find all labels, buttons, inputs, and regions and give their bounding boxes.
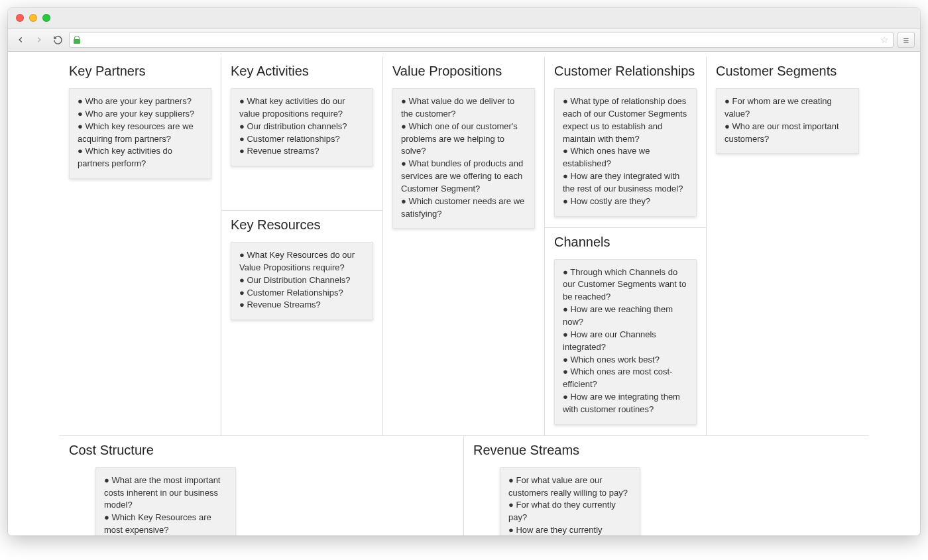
card-line: ● Our distribution channels? <box>239 121 365 133</box>
card-line: ● Who are your key suppliers? <box>78 108 203 121</box>
card-line: ● Who are your key partners? <box>78 95 203 108</box>
card-line: ● Which ones work best? <box>563 354 688 366</box>
card-line: ● How costly are they? <box>563 196 688 208</box>
card-line: ● How are our Channels integrated? <box>563 329 688 354</box>
card-line: ● What value do we deliver to the custom… <box>401 95 526 121</box>
forward-button[interactable] <box>32 32 46 47</box>
card-line: ● What bundles of products and services … <box>401 158 526 196</box>
card-revenue-streams[interactable]: ● For what value are our customers reall… <box>500 467 640 535</box>
block-key-partners: Key Partners ● Who are your key partners… <box>60 57 221 435</box>
block-key-resources: Key Resources ● What Key Resources do ou… <box>221 211 382 370</box>
browser-toolbar: ☆ ≡ <box>8 28 920 52</box>
block-title: Customer Segments <box>716 64 859 79</box>
block-title: Revenue Streams <box>473 443 859 458</box>
card-line: ● Which Key Resources are most expensive… <box>104 512 227 535</box>
card-line: ● What are the most important costs inhe… <box>104 475 227 512</box>
address-bar[interactable]: ☆ <box>69 32 894 48</box>
card-line: ● How are they currently paying? <box>508 524 632 535</box>
block-title: Key Activities <box>231 64 373 79</box>
window-maximize-button[interactable] <box>42 14 50 22</box>
card-line: ● Our Distribution Channels? <box>239 274 365 287</box>
card-value-propositions[interactable]: ● What value do we deliver to the custom… <box>392 88 535 229</box>
card-channels[interactable]: ● Through which Channels do our Customer… <box>554 259 697 425</box>
card-line: ● What type of relationship does each of… <box>563 95 688 145</box>
card-line: ● Customer relationships? <box>239 133 365 146</box>
card-line: ● Which key activities do partners perfo… <box>78 145 203 170</box>
card-line: ● How are they integrated with the rest … <box>563 170 688 196</box>
card-line: ● Which ones have we established? <box>563 145 688 170</box>
block-column-relationships-channels: Customer Relationships ● What type of re… <box>545 57 707 435</box>
card-line: ● Which customer needs are we satisfying… <box>401 196 526 221</box>
block-column-activities-resources: Key Activities ● What key activities do … <box>221 57 383 435</box>
block-title: Channels <box>554 235 697 250</box>
block-title: Cost Structure <box>69 443 454 458</box>
card-line: ● Through which Channels do our Customer… <box>563 266 688 304</box>
card-key-partners[interactable]: ● Who are your key partners? ● Who are y… <box>69 88 211 179</box>
card-key-activities[interactable]: ● What key activities do our value propo… <box>231 88 373 166</box>
card-line: ● How are we reaching them now? <box>563 304 688 329</box>
card-customer-segments[interactable]: ● For whom are we creating value? ● Who … <box>716 88 859 154</box>
card-cost-structure[interactable]: ● What are the most important costs inhe… <box>95 467 236 535</box>
card-line: ● For what value are our customers reall… <box>508 475 632 500</box>
browser-menu-button[interactable]: ≡ <box>898 32 915 48</box>
card-line: ● Revenue Streams? <box>239 299 365 311</box>
block-title: Key Resources <box>231 217 373 233</box>
card-line: ● What key activities do our value propo… <box>239 95 365 121</box>
card-line: ● Which one of our customer's problems a… <box>401 121 526 158</box>
card-customer-relationships[interactable]: ● What type of relationship does each of… <box>554 88 697 217</box>
window-title-bar <box>8 8 920 28</box>
block-channels: Channels ● Through which Channels do our… <box>545 228 706 435</box>
window-close-button[interactable] <box>16 14 24 22</box>
card-line: ● Who are our most important customers? <box>725 121 850 146</box>
card-line: ● Which ones are most cost-efficient? <box>563 366 688 391</box>
lock-icon <box>74 36 80 44</box>
page-viewport: Key Partners ● Who are your key partners… <box>8 52 920 535</box>
block-customer-segments: Customer Segments ● For whom are we crea… <box>707 57 868 435</box>
block-key-activities: Key Activities ● What key activities do … <box>221 57 382 211</box>
card-line: ● For what do they currently pay? <box>508 499 632 524</box>
reload-button[interactable] <box>50 32 65 47</box>
card-line: ● Which key resources are we acquiring f… <box>78 121 203 146</box>
block-value-propositions: Value Propositions ● What value do we de… <box>383 57 545 435</box>
card-key-resources[interactable]: ● What Key Resources do our Value Propos… <box>231 242 373 320</box>
card-line: ● Revenue streams? <box>239 145 365 158</box>
card-line: ● Customer Relationships? <box>239 287 365 300</box>
back-button[interactable] <box>13 32 28 47</box>
block-title: Value Propositions <box>392 64 535 79</box>
business-model-canvas: Key Partners ● Who are your key partners… <box>60 52 868 535</box>
block-title: Customer Relationships <box>554 64 697 79</box>
card-line: ● How are we integrating them with custo… <box>563 391 688 416</box>
block-revenue-streams: Revenue Streams ● For what value are our… <box>464 436 868 535</box>
block-customer-relationships: Customer Relationships ● What type of re… <box>545 57 706 228</box>
bookmark-star-icon[interactable]: ☆ <box>880 34 889 45</box>
block-cost-structure: Cost Structure ● What are the most impor… <box>60 436 464 535</box>
browser-window: ☆ ≡ Key Partners ● Who are your key part… <box>8 8 920 535</box>
card-line: ● What Key Resources do our Value Propos… <box>239 249 365 274</box>
block-title: Key Partners <box>69 64 211 79</box>
window-minimize-button[interactable] <box>29 14 37 22</box>
card-line: ● For whom are we creating value? <box>725 95 850 121</box>
